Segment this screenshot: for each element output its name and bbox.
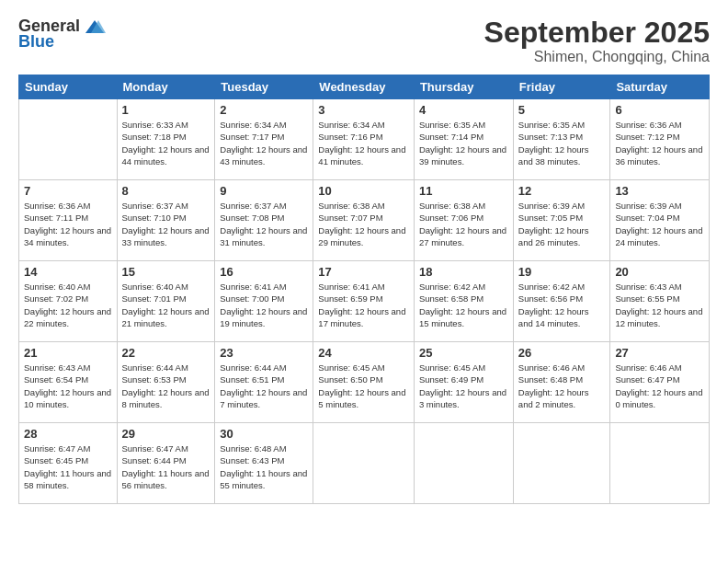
col-saturday: Saturday — [610, 75, 710, 99]
day-info: Sunrise: 6:37 AM Sunset: 7:08 PM Dayligh… — [220, 200, 308, 248]
day-info: Sunrise: 6:45 AM Sunset: 6:50 PM Dayligh… — [318, 362, 409, 410]
day-info: Sunrise: 6:45 AM Sunset: 6:49 PM Dayligh… — [419, 362, 508, 410]
logo: General Blue — [18, 17, 106, 52]
calendar-cell: 4Sunrise: 6:35 AM Sunset: 7:14 PM Daylig… — [414, 99, 513, 180]
calendar-cell: 19Sunrise: 6:42 AM Sunset: 6:56 PM Dayli… — [513, 261, 610, 342]
day-info: Sunrise: 6:39 AM Sunset: 7:05 PM Dayligh… — [518, 200, 606, 248]
day-info: Sunrise: 6:46 AM Sunset: 6:47 PM Dayligh… — [615, 362, 704, 410]
calendar-cell: 28Sunrise: 6:47 AM Sunset: 6:45 PM Dayli… — [19, 423, 118, 504]
day-number: 15 — [122, 265, 210, 279]
calendar-cell: 22Sunrise: 6:44 AM Sunset: 6:53 PM Dayli… — [117, 342, 215, 423]
day-number: 16 — [220, 265, 308, 279]
calendar-row-5: 28Sunrise: 6:47 AM Sunset: 6:45 PM Dayli… — [19, 423, 710, 504]
col-tuesday: Tuesday — [215, 75, 313, 99]
calendar-cell: 15Sunrise: 6:40 AM Sunset: 7:01 PM Dayli… — [117, 261, 215, 342]
day-info: Sunrise: 6:38 AM Sunset: 7:07 PM Dayligh… — [318, 200, 409, 248]
day-number: 8 — [122, 184, 210, 198]
calendar-row-2: 7Sunrise: 6:36 AM Sunset: 7:11 PM Daylig… — [19, 180, 710, 261]
day-info: Sunrise: 6:42 AM Sunset: 6:58 PM Dayligh… — [419, 281, 508, 329]
calendar-cell: 6Sunrise: 6:36 AM Sunset: 7:12 PM Daylig… — [610, 99, 710, 180]
day-number: 21 — [24, 346, 112, 360]
day-info: Sunrise: 6:33 AM Sunset: 7:18 PM Dayligh… — [122, 119, 210, 167]
day-number: 10 — [318, 184, 409, 198]
day-info: Sunrise: 6:44 AM Sunset: 6:51 PM Dayligh… — [220, 362, 308, 410]
day-info: Sunrise: 6:43 AM Sunset: 6:55 PM Dayligh… — [615, 281, 704, 329]
day-info: Sunrise: 6:35 AM Sunset: 7:13 PM Dayligh… — [518, 119, 606, 167]
day-number: 12 — [518, 184, 606, 198]
day-number: 7 — [24, 184, 112, 198]
day-info: Sunrise: 6:36 AM Sunset: 7:11 PM Dayligh… — [24, 200, 112, 248]
calendar-cell: 5Sunrise: 6:35 AM Sunset: 7:13 PM Daylig… — [513, 99, 610, 180]
calendar-cell: 10Sunrise: 6:38 AM Sunset: 7:07 PM Dayli… — [313, 180, 415, 261]
calendar-cell: 11Sunrise: 6:38 AM Sunset: 7:06 PM Dayli… — [414, 180, 513, 261]
calendar-cell — [313, 423, 415, 504]
day-info: Sunrise: 6:41 AM Sunset: 6:59 PM Dayligh… — [318, 281, 409, 329]
calendar-cell: 20Sunrise: 6:43 AM Sunset: 6:55 PM Dayli… — [610, 261, 710, 342]
day-info: Sunrise: 6:43 AM Sunset: 6:54 PM Dayligh… — [24, 362, 112, 410]
header-row: Sunday Monday Tuesday Wednesday Thursday… — [19, 75, 710, 99]
calendar-cell: 14Sunrise: 6:40 AM Sunset: 7:02 PM Dayli… — [19, 261, 118, 342]
day-number: 25 — [419, 346, 508, 360]
day-info: Sunrise: 6:44 AM Sunset: 6:53 PM Dayligh… — [122, 362, 210, 410]
calendar-cell: 7Sunrise: 6:36 AM Sunset: 7:11 PM Daylig… — [19, 180, 118, 261]
day-info: Sunrise: 6:41 AM Sunset: 7:00 PM Dayligh… — [220, 281, 308, 329]
day-number: 20 — [615, 265, 704, 279]
day-number: 4 — [419, 103, 508, 117]
calendar-cell: 3Sunrise: 6:34 AM Sunset: 7:16 PM Daylig… — [313, 99, 415, 180]
calendar-cell: 25Sunrise: 6:45 AM Sunset: 6:49 PM Dayli… — [414, 342, 513, 423]
day-info: Sunrise: 6:47 AM Sunset: 6:44 PM Dayligh… — [122, 442, 210, 491]
calendar-cell: 16Sunrise: 6:41 AM Sunset: 7:00 PM Dayli… — [215, 261, 313, 342]
calendar-cell: 13Sunrise: 6:39 AM Sunset: 7:04 PM Dayli… — [610, 180, 710, 261]
calendar-cell: 2Sunrise: 6:34 AM Sunset: 7:17 PM Daylig… — [215, 99, 313, 180]
calendar-cell — [513, 423, 610, 504]
calendar-page: General Blue September 2025 Shimen, Chon… — [0, 0, 728, 563]
day-number: 26 — [518, 346, 606, 360]
calendar-cell: 30Sunrise: 6:48 AM Sunset: 6:43 PM Dayli… — [215, 423, 313, 504]
col-sunday: Sunday — [19, 75, 118, 99]
day-info: Sunrise: 6:40 AM Sunset: 7:01 PM Dayligh… — [122, 281, 210, 329]
day-number: 3 — [318, 103, 409, 117]
day-number: 2 — [220, 103, 308, 117]
day-info: Sunrise: 6:42 AM Sunset: 6:56 PM Dayligh… — [518, 281, 606, 329]
calendar-row-4: 21Sunrise: 6:43 AM Sunset: 6:54 PM Dayli… — [19, 342, 710, 423]
day-number: 11 — [419, 184, 508, 198]
day-info: Sunrise: 6:36 AM Sunset: 7:12 PM Dayligh… — [615, 119, 704, 167]
calendar-cell — [610, 423, 710, 504]
day-number: 24 — [318, 346, 409, 360]
header: General Blue September 2025 Shimen, Chon… — [18, 17, 710, 65]
calendar-cell — [19, 99, 118, 180]
calendar-cell: 9Sunrise: 6:37 AM Sunset: 7:08 PM Daylig… — [215, 180, 313, 261]
location-title: Shimen, Chongqing, China — [484, 49, 710, 65]
calendar-cell: 26Sunrise: 6:46 AM Sunset: 6:48 PM Dayli… — [513, 342, 610, 423]
col-monday: Monday — [117, 75, 215, 99]
month-title: September 2025 — [484, 17, 710, 49]
day-info: Sunrise: 6:34 AM Sunset: 7:16 PM Dayligh… — [318, 119, 409, 167]
day-number: 5 — [518, 103, 606, 117]
day-info: Sunrise: 6:48 AM Sunset: 6:43 PM Dayligh… — [220, 442, 308, 491]
calendar-table: Sunday Monday Tuesday Wednesday Thursday… — [18, 75, 710, 504]
calendar-row-3: 14Sunrise: 6:40 AM Sunset: 7:02 PM Dayli… — [19, 261, 710, 342]
calendar-cell — [414, 423, 513, 504]
day-info: Sunrise: 6:47 AM Sunset: 6:45 PM Dayligh… — [24, 442, 112, 491]
day-info: Sunrise: 6:40 AM Sunset: 7:02 PM Dayligh… — [24, 281, 112, 329]
calendar-cell: 21Sunrise: 6:43 AM Sunset: 6:54 PM Dayli… — [19, 342, 118, 423]
day-info: Sunrise: 6:34 AM Sunset: 7:17 PM Dayligh… — [220, 119, 308, 167]
col-thursday: Thursday — [414, 75, 513, 99]
calendar-cell: 24Sunrise: 6:45 AM Sunset: 6:50 PM Dayli… — [313, 342, 415, 423]
day-info: Sunrise: 6:38 AM Sunset: 7:06 PM Dayligh… — [419, 200, 508, 248]
day-number: 30 — [220, 427, 308, 441]
calendar-cell: 29Sunrise: 6:47 AM Sunset: 6:44 PM Dayli… — [117, 423, 215, 504]
day-number: 18 — [419, 265, 508, 279]
calendar-cell: 18Sunrise: 6:42 AM Sunset: 6:58 PM Dayli… — [414, 261, 513, 342]
calendar-cell: 12Sunrise: 6:39 AM Sunset: 7:05 PM Dayli… — [513, 180, 610, 261]
day-number: 17 — [318, 265, 409, 279]
calendar-cell: 27Sunrise: 6:46 AM Sunset: 6:47 PM Dayli… — [610, 342, 710, 423]
day-info: Sunrise: 6:35 AM Sunset: 7:14 PM Dayligh… — [419, 119, 508, 167]
day-number: 27 — [615, 346, 704, 360]
day-number: 14 — [24, 265, 112, 279]
logo-icon — [84, 18, 106, 35]
day-number: 22 — [122, 346, 210, 360]
col-friday: Friday — [513, 75, 610, 99]
calendar-row-1: 1Sunrise: 6:33 AM Sunset: 7:18 PM Daylig… — [19, 99, 710, 180]
title-section: September 2025 Shimen, Chongqing, China — [484, 17, 710, 65]
